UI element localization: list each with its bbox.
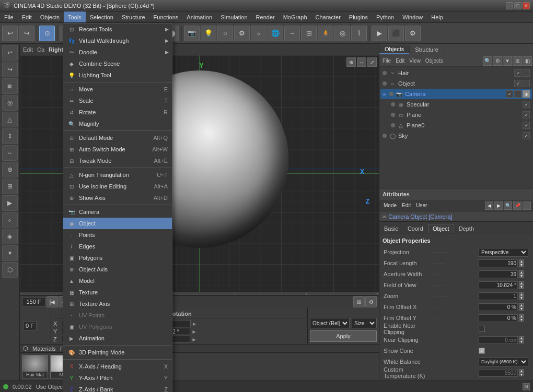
timeline-settings-btn[interactable]: ⚙: [365, 296, 377, 307]
dd-x-axis[interactable]: X X-Axis / Heading X: [63, 361, 172, 372]
dd-scale[interactable]: ⇔ Scale T: [63, 95, 172, 106]
dd-auto-switch[interactable]: ⊞ Auto Switch Mode Alt+W: [63, 144, 172, 155]
temperature-input[interactable]: [479, 369, 518, 377]
left-tool-10[interactable]: ▶: [2, 195, 18, 211]
tab-objects[interactable]: Objects: [379, 45, 410, 54]
attr-tab-coord[interactable]: Coord: [403, 224, 428, 233]
hair-check1[interactable]: ✓: [514, 69, 522, 77]
menu-structure[interactable]: Structure: [118, 11, 149, 22]
obj-expand-btn[interactable]: ⊞: [513, 56, 522, 66]
zoom-down-btn[interactable]: ▼: [519, 296, 524, 300]
white-balance-select[interactable]: Daylight (6500 K): [479, 358, 528, 366]
attr-next-btn[interactable]: ▶: [494, 201, 503, 210]
attr-mode-btn[interactable]: Mode: [381, 203, 399, 208]
temp-down-btn[interactable]: ▼: [519, 373, 524, 376]
dd-combine-scene[interactable]: ◆ Combine Scene: [63, 58, 172, 69]
focal-length-input[interactable]: [479, 259, 518, 267]
left-tool-1[interactable]: ↩: [2, 45, 18, 61]
dd-move[interactable]: ↔ Move E: [63, 84, 172, 95]
menu-help[interactable]: Help: [427, 11, 447, 22]
obj-sky[interactable]: ◯ Sky ✓: [380, 130, 532, 141]
obj-search-btn[interactable]: 🔍: [483, 56, 492, 66]
focal-up-btn[interactable]: ▲: [519, 259, 524, 263]
dd-rotate[interactable]: ↺ Rotate R: [63, 106, 172, 118]
splines-button[interactable]: ~: [284, 26, 300, 41]
left-tool-6[interactable]: ⇕: [2, 128, 18, 144]
render-settings-button[interactable]: ⚙: [405, 26, 421, 41]
zoom-input[interactable]: [479, 292, 518, 300]
filmy-down-btn[interactable]: ▼: [519, 318, 524, 322]
projection-select[interactable]: Perspective: [479, 248, 528, 257]
menu-window[interactable]: Window: [398, 11, 427, 22]
menu-mograph[interactable]: MoGraph: [279, 11, 311, 22]
camera-button[interactable]: 📷: [184, 26, 200, 41]
left-tool-4[interactable]: ◎: [2, 95, 18, 111]
near-clipping-input[interactable]: [479, 336, 518, 344]
mograph-button[interactable]: ⊞: [301, 26, 317, 41]
dd-camera[interactable]: 📷 Camera: [63, 206, 172, 218]
obj-file-btn[interactable]: File: [380, 58, 393, 64]
attr-search-btn[interactable]: 🔍: [504, 201, 512, 210]
attr-edit-btn[interactable]: Edit: [400, 203, 413, 208]
left-tool-7[interactable]: ↔: [2, 145, 18, 161]
plane-check1[interactable]: ✓: [523, 111, 530, 118]
dd-polygons[interactable]: ▣ Polygons: [63, 252, 172, 264]
obj-objects-btn[interactable]: Objects: [423, 58, 445, 64]
undo-button[interactable]: ↩: [2, 26, 18, 41]
attr-tab-depth[interactable]: Depth: [454, 224, 479, 233]
object-check1[interactable]: ✓: [514, 80, 522, 87]
attr-tab-basic[interactable]: Basic: [379, 224, 403, 233]
left-tool-12[interactable]: ◈: [2, 229, 18, 244]
temp-up-btn[interactable]: ▲: [519, 369, 524, 373]
spec-check1[interactable]: ✓: [523, 101, 530, 108]
obj-layers-btn[interactable]: ◧: [523, 56, 532, 66]
menu-edit[interactable]: Edit: [18, 11, 36, 22]
left-tool-14[interactable]: ⬡: [2, 262, 18, 278]
frame-counter[interactable]: 0 F: [23, 321, 37, 330]
camera-expand[interactable]: ∞: [383, 91, 386, 97]
obj-camera[interactable]: ∞ 📷 Camera ✓ ◉: [380, 89, 532, 99]
primitives-button[interactable]: ○: [217, 26, 233, 41]
dd-edges[interactable]: / Edges: [63, 241, 172, 252]
focal-down-btn[interactable]: ▼: [519, 263, 524, 267]
view-tabs-button[interactable]: ▦: [2, 78, 18, 94]
attr-user-btn[interactable]: User: [414, 203, 429, 208]
menu-file[interactable]: File: [0, 11, 18, 22]
dd-lighting-tool[interactable]: 💡 Lighting Tool: [63, 69, 172, 81]
left-tool-9[interactable]: ⊞: [2, 179, 18, 194]
size-mode-select[interactable]: Size Scale: [352, 318, 377, 328]
object-check2[interactable]: [523, 80, 530, 87]
dd-ngon-tri[interactable]: △ N-gon Triangulation U~T: [63, 169, 172, 181]
camera-check2[interactable]: [514, 90, 522, 98]
dd-z-axis[interactable]: Z Z-Axis / Bank Z: [63, 384, 172, 392]
material-hairmat[interactable]: Hair Mat: [22, 355, 48, 378]
attr-pin-btn[interactable]: 📌: [513, 201, 522, 210]
dd-animation[interactable]: ▶ Animation: [63, 332, 172, 344]
show-cone-checkbox[interactable]: ✓: [479, 348, 485, 354]
obj-view-btn[interactable]: View: [407, 58, 423, 64]
menu-tools[interactable]: Tools: [64, 11, 86, 22]
menu-selection[interactable]: Selection: [86, 11, 118, 22]
dd-show-axis[interactable]: ⊕ Show Axis Alt+D: [63, 192, 172, 204]
hair-button[interactable]: ⌇: [351, 26, 367, 41]
left-tool-8[interactable]: ⊕: [2, 162, 18, 177]
obj-hair[interactable]: ~ Hair ✓: [380, 68, 532, 78]
apply-button[interactable]: Apply: [310, 330, 377, 342]
lights-button[interactable]: 💡: [201, 26, 216, 41]
menu-character[interactable]: Character: [311, 11, 345, 22]
attr-tab-object[interactable]: Object: [428, 224, 454, 233]
menu-objects[interactable]: Objects: [36, 11, 64, 22]
sky-check1[interactable]: ✓: [523, 132, 530, 139]
simulation-button[interactable]: ◎: [334, 26, 350, 41]
tab-structure[interactable]: Structure: [410, 45, 444, 54]
menu-functions[interactable]: Functions: [149, 11, 183, 22]
menu-python[interactable]: Python: [372, 11, 398, 22]
dd-model[interactable]: ▲ Model: [63, 275, 172, 287]
camera-check1[interactable]: ✓: [506, 90, 513, 98]
film-offset-x-input[interactable]: [479, 303, 518, 311]
obj-edit-btn[interactable]: Edit: [393, 58, 407, 64]
dd-3d-painting[interactable]: 🎨 3D Painting Mode: [63, 347, 172, 358]
menu-simulation[interactable]: Simulation: [216, 11, 251, 22]
generators-button[interactable]: ⚙: [234, 26, 250, 41]
attr-options-btn[interactable]: ⋮: [523, 201, 531, 210]
